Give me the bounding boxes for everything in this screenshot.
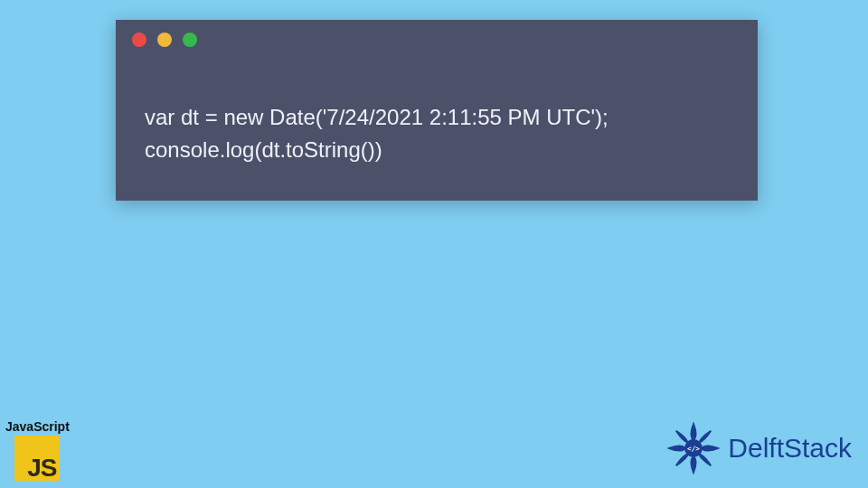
window-titlebar-dots [132, 33, 197, 47]
window-minimize-dot [157, 33, 172, 47]
window-close-dot [132, 33, 146, 47]
code-window: var dt = new Date('7/24/2021 2:11:55 PM … [116, 20, 758, 201]
delftstack-logo: </> </> DelftStack [665, 419, 852, 477]
svg-text:</>: </> [687, 445, 700, 453]
delftstack-mandala-icon: </> </> [665, 419, 722, 477]
window-zoom-dot [183, 33, 197, 47]
code-body: var dt = new Date('7/24/2021 2:11:55 PM … [145, 101, 609, 166]
code-line: console.log(dt.toString()) [145, 137, 382, 162]
javascript-badge: JavaScript JS [5, 419, 70, 481]
code-line: var dt = new Date('7/24/2021 2:11:55 PM … [145, 105, 609, 129]
javascript-logo-text: JS [27, 454, 56, 483]
javascript-logo-icon: JS [14, 436, 60, 481]
javascript-label: JavaScript [5, 419, 70, 434]
delftstack-text: DelftStack [728, 433, 852, 464]
